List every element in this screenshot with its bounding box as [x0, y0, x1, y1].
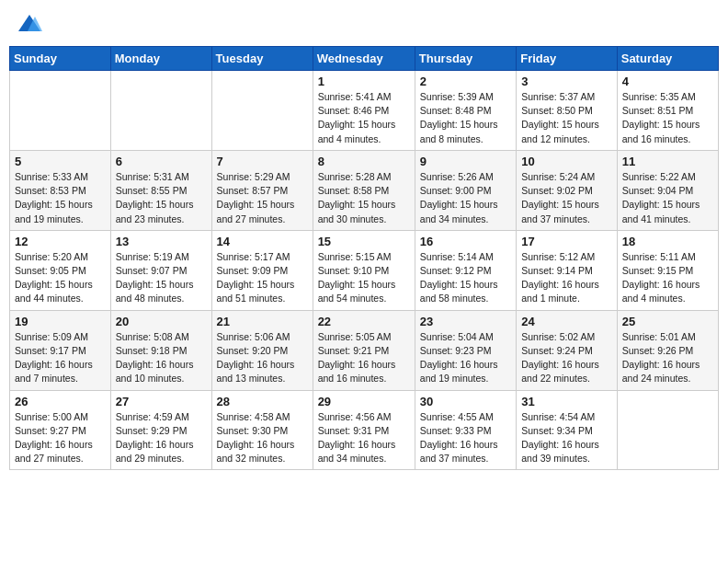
day-number: 10 — [521, 155, 612, 168]
calendar-cell: 8Sunrise: 5:28 AMSunset: 8:58 PMDaylight… — [313, 150, 415, 230]
day-number: 12 — [15, 235, 106, 248]
calendar-cell: 20Sunrise: 5:08 AMSunset: 9:18 PMDayligh… — [110, 310, 211, 390]
day-number: 20 — [116, 315, 207, 328]
day-number: 23 — [420, 315, 511, 328]
weekday-header-tuesday: Tuesday — [211, 47, 313, 71]
day-info: Sunrise: 5:26 AMSunset: 9:00 PMDaylight:… — [420, 170, 511, 226]
day-number: 14 — [217, 235, 308, 248]
day-number: 25 — [622, 315, 713, 328]
calendar-cell — [10, 71, 111, 151]
day-info: Sunrise: 5:06 AMSunset: 9:20 PMDaylight:… — [217, 330, 308, 386]
weekday-header-sunday: Sunday — [10, 47, 111, 71]
calendar-cell: 17Sunrise: 5:12 AMSunset: 9:14 PMDayligh… — [517, 230, 618, 310]
calendar-cell: 16Sunrise: 5:14 AMSunset: 9:12 PMDayligh… — [415, 230, 516, 310]
day-info: Sunrise: 5:29 AMSunset: 8:57 PMDaylight:… — [217, 170, 308, 226]
day-info: Sunrise: 5:41 AMSunset: 8:46 PMDaylight:… — [318, 90, 410, 146]
calendar-cell — [617, 390, 718, 470]
day-number: 3 — [521, 75, 612, 88]
day-info: Sunrise: 4:58 AMSunset: 9:30 PMDaylight:… — [217, 410, 308, 466]
day-info: Sunrise: 5:28 AMSunset: 8:58 PMDaylight:… — [318, 170, 410, 226]
calendar-cell: 1Sunrise: 5:41 AMSunset: 8:46 PMDaylight… — [313, 71, 415, 151]
weekday-header-wednesday: Wednesday — [313, 47, 415, 71]
day-number: 18 — [622, 235, 713, 248]
calendar-cell: 31Sunrise: 4:54 AMSunset: 9:34 PMDayligh… — [517, 390, 618, 470]
calendar-cell: 28Sunrise: 4:58 AMSunset: 9:30 PMDayligh… — [211, 390, 313, 470]
calendar-cell: 21Sunrise: 5:06 AMSunset: 9:20 PMDayligh… — [211, 310, 313, 390]
day-number: 11 — [622, 155, 713, 168]
day-number: 19 — [15, 315, 106, 328]
day-number: 16 — [420, 235, 511, 248]
day-number: 31 — [521, 395, 612, 408]
week-row-3: 12Sunrise: 5:20 AMSunset: 9:05 PMDayligh… — [10, 230, 719, 310]
calendar-cell: 2Sunrise: 5:39 AMSunset: 8:48 PMDaylight… — [415, 71, 516, 151]
week-row-1: 1Sunrise: 5:41 AMSunset: 8:46 PMDaylight… — [10, 71, 719, 151]
day-info: Sunrise: 5:22 AMSunset: 9:04 PMDaylight:… — [622, 170, 713, 226]
day-info: Sunrise: 5:37 AMSunset: 8:50 PMDaylight:… — [521, 90, 612, 146]
calendar-cell: 23Sunrise: 5:04 AMSunset: 9:23 PMDayligh… — [415, 310, 516, 390]
day-info: Sunrise: 5:04 AMSunset: 9:23 PMDaylight:… — [420, 330, 511, 386]
day-info: Sunrise: 5:05 AMSunset: 9:21 PMDaylight:… — [318, 330, 410, 386]
day-number: 13 — [116, 235, 207, 248]
day-info: Sunrise: 4:54 AMSunset: 9:34 PMDaylight:… — [521, 410, 612, 466]
day-info: Sunrise: 5:31 AMSunset: 8:55 PMDaylight:… — [116, 170, 207, 226]
calendar-cell: 5Sunrise: 5:33 AMSunset: 8:53 PMDaylight… — [10, 150, 111, 230]
day-info: Sunrise: 4:56 AMSunset: 9:31 PMDaylight:… — [318, 410, 410, 466]
weekday-header-row: SundayMondayTuesdayWednesdayThursdayFrid… — [10, 47, 719, 71]
day-info: Sunrise: 4:59 AMSunset: 9:29 PMDaylight:… — [116, 410, 207, 466]
day-info: Sunrise: 5:12 AMSunset: 9:14 PMDaylight:… — [521, 250, 612, 306]
weekday-header-friday: Friday — [517, 47, 618, 71]
day-info: Sunrise: 5:39 AMSunset: 8:48 PMDaylight:… — [420, 90, 511, 146]
day-number: 4 — [622, 75, 713, 88]
day-info: Sunrise: 5:02 AMSunset: 9:24 PMDaylight:… — [521, 330, 612, 386]
calendar-cell: 18Sunrise: 5:11 AMSunset: 9:15 PMDayligh… — [617, 230, 718, 310]
calendar-cell: 26Sunrise: 5:00 AMSunset: 9:27 PMDayligh… — [10, 390, 111, 470]
day-number: 29 — [318, 395, 410, 408]
day-info: Sunrise: 5:09 AMSunset: 9:17 PMDaylight:… — [15, 330, 106, 386]
day-number: 30 — [420, 395, 511, 408]
calendar-cell: 13Sunrise: 5:19 AMSunset: 9:07 PMDayligh… — [110, 230, 211, 310]
logo — [17, 13, 44, 35]
day-info: Sunrise: 5:01 AMSunset: 9:26 PMDaylight:… — [622, 330, 713, 386]
calendar-cell: 30Sunrise: 4:55 AMSunset: 9:33 PMDayligh… — [415, 390, 516, 470]
day-number: 2 — [420, 75, 511, 88]
day-number: 15 — [318, 235, 410, 248]
calendar-cell: 7Sunrise: 5:29 AMSunset: 8:57 PMDaylight… — [211, 150, 313, 230]
day-number: 26 — [15, 395, 106, 408]
day-number: 7 — [217, 155, 308, 168]
calendar-cell: 27Sunrise: 4:59 AMSunset: 9:29 PMDayligh… — [110, 390, 211, 470]
day-number: 24 — [521, 315, 612, 328]
day-number: 27 — [116, 395, 207, 408]
day-info: Sunrise: 5:17 AMSunset: 9:09 PMDaylight:… — [217, 250, 308, 306]
calendar-cell: 10Sunrise: 5:24 AMSunset: 9:02 PMDayligh… — [517, 150, 618, 230]
day-info: Sunrise: 5:33 AMSunset: 8:53 PMDaylight:… — [15, 170, 106, 226]
day-number: 17 — [521, 235, 612, 248]
calendar-cell — [211, 71, 313, 151]
calendar-cell: 19Sunrise: 5:09 AMSunset: 9:17 PMDayligh… — [10, 310, 111, 390]
calendar-cell — [110, 71, 211, 151]
calendar-cell: 3Sunrise: 5:37 AMSunset: 8:50 PMDaylight… — [517, 71, 618, 151]
calendar-cell: 9Sunrise: 5:26 AMSunset: 9:00 PMDaylight… — [415, 150, 516, 230]
weekday-header-monday: Monday — [110, 47, 211, 71]
day-number: 1 — [318, 75, 410, 88]
calendar-cell: 24Sunrise: 5:02 AMSunset: 9:24 PMDayligh… — [517, 310, 618, 390]
day-info: Sunrise: 5:14 AMSunset: 9:12 PMDaylight:… — [420, 250, 511, 306]
day-info: Sunrise: 5:00 AMSunset: 9:27 PMDaylight:… — [15, 410, 106, 466]
calendar-cell: 29Sunrise: 4:56 AMSunset: 9:31 PMDayligh… — [313, 390, 415, 470]
week-row-4: 19Sunrise: 5:09 AMSunset: 9:17 PMDayligh… — [10, 310, 719, 390]
day-info: Sunrise: 5:35 AMSunset: 8:51 PMDaylight:… — [622, 90, 713, 146]
page-header — [9, 9, 719, 39]
week-row-5: 26Sunrise: 5:00 AMSunset: 9:27 PMDayligh… — [10, 390, 719, 470]
calendar-cell: 12Sunrise: 5:20 AMSunset: 9:05 PMDayligh… — [10, 230, 111, 310]
calendar-cell: 11Sunrise: 5:22 AMSunset: 9:04 PMDayligh… — [617, 150, 718, 230]
day-number: 21 — [217, 315, 308, 328]
day-info: Sunrise: 4:55 AMSunset: 9:33 PMDaylight:… — [420, 410, 511, 466]
calendar-cell: 14Sunrise: 5:17 AMSunset: 9:09 PMDayligh… — [211, 230, 313, 310]
day-info: Sunrise: 5:08 AMSunset: 9:18 PMDaylight:… — [116, 330, 207, 386]
day-info: Sunrise: 5:15 AMSunset: 9:10 PMDaylight:… — [318, 250, 410, 306]
day-number: 5 — [15, 155, 106, 168]
day-number: 22 — [318, 315, 410, 328]
day-info: Sunrise: 5:20 AMSunset: 9:05 PMDaylight:… — [15, 250, 106, 306]
calendar-cell: 22Sunrise: 5:05 AMSunset: 9:21 PMDayligh… — [313, 310, 415, 390]
calendar-cell: 4Sunrise: 5:35 AMSunset: 8:51 PMDaylight… — [617, 71, 718, 151]
calendar-cell: 6Sunrise: 5:31 AMSunset: 8:55 PMDaylight… — [110, 150, 211, 230]
